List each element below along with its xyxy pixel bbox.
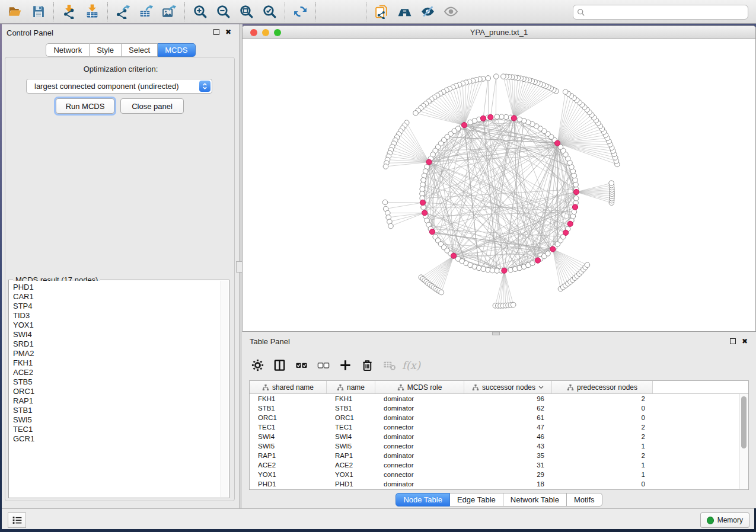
mcds-result-item[interactable]: TEC1 xyxy=(9,425,221,434)
network-node[interactable] xyxy=(383,164,388,169)
run-mcds-button[interactable]: Run MCDS xyxy=(56,98,114,114)
mcds-node[interactable] xyxy=(422,210,427,216)
table-row[interactable]: FKH1FKH1dominator962 xyxy=(250,394,748,403)
mcds-node[interactable] xyxy=(429,229,435,235)
tab-select[interactable]: Select xyxy=(122,43,158,57)
mcds-result-item[interactable]: GCR1 xyxy=(9,434,221,444)
network-node[interactable] xyxy=(413,111,419,116)
mcds-node[interactable] xyxy=(555,140,560,146)
mcds-result-item[interactable]: STB1 xyxy=(9,406,221,415)
column-header-predecessor-nodes[interactable]: predecessor nodes xyxy=(552,381,653,393)
network-node[interactable] xyxy=(439,290,444,295)
mcds-node[interactable] xyxy=(511,116,516,121)
table-row[interactable]: TEC1TEC1connector472 xyxy=(250,422,748,432)
network-node[interactable] xyxy=(530,261,535,266)
mcds-result-item[interactable]: YOX1 xyxy=(9,321,221,330)
mcds-result-item[interactable]: SRD1 xyxy=(9,339,221,349)
network-node[interactable] xyxy=(585,262,590,268)
float-table-panel-icon[interactable] xyxy=(730,338,736,344)
mcds-result-item[interactable]: SWI4 xyxy=(9,330,221,339)
tab-network-table[interactable]: Network Table xyxy=(503,493,567,507)
mcds-node[interactable] xyxy=(502,268,507,273)
mcds-node[interactable] xyxy=(480,116,486,121)
mcds-result-item[interactable]: RAP1 xyxy=(9,396,221,406)
memory-button[interactable]: Memory xyxy=(700,512,749,528)
open-folder-button[interactable] xyxy=(5,2,25,22)
mcds-node[interactable] xyxy=(563,230,569,235)
clone-network-button[interactable] xyxy=(371,2,392,22)
network-node[interactable] xyxy=(388,223,394,229)
network-window-titlebar[interactable]: YPA_prune.txt_1 xyxy=(243,26,755,39)
network-node[interactable] xyxy=(546,251,551,257)
column-header-successor-nodes[interactable]: successor nodes xyxy=(464,381,552,393)
mcds-result-item[interactable]: ACE2 xyxy=(9,368,221,377)
tab-edge-table[interactable]: Edge Table xyxy=(450,493,503,507)
deselect-all-button[interactable] xyxy=(312,354,334,376)
network-node[interactable] xyxy=(501,74,506,79)
network-node[interactable] xyxy=(517,117,522,122)
network-node[interactable] xyxy=(468,120,473,125)
network-node[interactable] xyxy=(511,302,516,307)
tab-style[interactable]: Style xyxy=(90,43,122,57)
zoom-out-button[interactable] xyxy=(213,2,234,22)
column-header-shared-name[interactable]: shared name xyxy=(250,381,327,393)
network-canvas[interactable] xyxy=(243,39,755,331)
table-row[interactable]: PHD1PHD1dominator180 xyxy=(250,479,748,489)
hide-selected-button[interactable] xyxy=(417,2,438,22)
network-node[interactable] xyxy=(494,74,499,79)
mcds-node[interactable] xyxy=(461,123,467,128)
save-button[interactable] xyxy=(28,2,49,22)
import-table-button[interactable] xyxy=(82,2,103,22)
network-node[interactable] xyxy=(486,76,491,81)
mcds-node[interactable] xyxy=(426,159,432,165)
delete-column-button[interactable] xyxy=(356,354,378,376)
refresh-button[interactable] xyxy=(290,2,311,22)
tab-node-table[interactable]: Node Table xyxy=(395,493,450,507)
mcds-result-item[interactable]: PMA2 xyxy=(9,349,221,358)
mcds-node[interactable] xyxy=(550,246,556,252)
mcds-result-item[interactable]: FKH1 xyxy=(9,358,221,368)
column-header-MCDS-role[interactable]: MCDS role xyxy=(375,381,464,393)
first-neighbors-button[interactable] xyxy=(394,2,415,22)
export-network-button[interactable] xyxy=(113,2,133,22)
table-row[interactable]: ORC1ORC1dominator610 xyxy=(250,413,748,422)
table-row[interactable]: RAP1RAP1dominator352 xyxy=(250,451,748,460)
float-panel-icon[interactable] xyxy=(213,29,219,35)
mcds-result-item[interactable]: TID3 xyxy=(9,311,221,321)
network-node[interactable] xyxy=(563,89,568,95)
table-row[interactable]: SWI5SWI5connector431 xyxy=(250,441,748,451)
split-columns-button[interactable] xyxy=(269,354,291,376)
column-header-name[interactable]: name xyxy=(327,381,375,393)
import-network-button[interactable] xyxy=(59,2,79,22)
mcds-result-item[interactable]: ORC1 xyxy=(9,387,221,396)
add-column-button[interactable] xyxy=(334,354,356,376)
mcds-node[interactable] xyxy=(535,258,540,263)
mcds-result-item[interactable]: SWI5 xyxy=(9,415,221,425)
optimization-criterion-dropdown[interactable]: largest connected component (undirected) xyxy=(26,79,212,94)
mcds-result-item[interactable]: STB5 xyxy=(9,377,221,387)
search-input[interactable] xyxy=(573,5,748,20)
table-row[interactable]: ACE2ACE2connector311 xyxy=(250,460,748,470)
search-field[interactable] xyxy=(585,5,748,20)
mcds-result-list[interactable]: PHD1CAR1STP4TID3YOX1SWI4SRD1PMA2FKH1ACE2… xyxy=(9,281,221,497)
mcds-node[interactable] xyxy=(420,200,425,205)
zoom-in-button[interactable] xyxy=(190,2,210,22)
table-row[interactable]: STB1STB1dominator620 xyxy=(250,403,748,413)
mcds-node[interactable] xyxy=(572,204,578,210)
close-panel-button[interactable]: Close panel xyxy=(120,98,184,114)
network-node[interactable] xyxy=(382,200,388,205)
network-node[interactable] xyxy=(495,114,500,120)
network-node[interactable] xyxy=(572,209,577,214)
close-panel-icon[interactable]: ✖ xyxy=(225,29,231,35)
export-table-button[interactable] xyxy=(136,2,157,22)
mcds-node[interactable] xyxy=(567,221,573,226)
zoom-selected-button[interactable] xyxy=(259,2,280,22)
tab-motifs[interactable]: Motifs xyxy=(567,493,602,507)
close-table-panel-icon[interactable]: ✖ xyxy=(742,338,748,344)
gear-button[interactable] xyxy=(247,354,269,376)
network-node[interactable] xyxy=(573,196,579,201)
network-node[interactable] xyxy=(421,205,426,210)
zoom-fit-button[interactable] xyxy=(236,2,257,22)
mcds-result-item[interactable]: STP4 xyxy=(9,302,221,311)
table-row[interactable]: YOX1YOX1connector291 xyxy=(250,470,748,479)
